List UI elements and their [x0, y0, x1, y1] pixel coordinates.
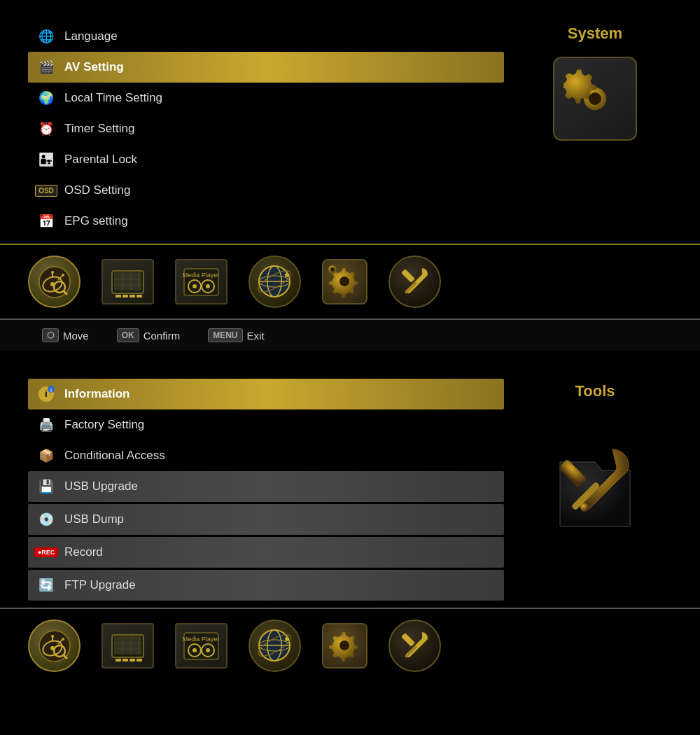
menu-item-conditional-access[interactable]: 📦 Conditional Access: [28, 440, 504, 471]
svg-rect-66: [115, 659, 121, 662]
svg-point-29: [206, 284, 210, 288]
menu-item-av-setting[interactable]: 🎬 AV Setting: [28, 52, 504, 83]
svg-rect-67: [122, 659, 128, 662]
menu-item-language[interactable]: 🌐 Language: [28, 21, 504, 52]
av-setting-label: AV Setting: [64, 60, 124, 74]
nav-settings-icon[interactable]: [322, 259, 368, 304]
menu-item-usb-dump[interactable]: 💿 USB Dump: [28, 504, 504, 535]
nav-tools-icon[interactable]: [388, 255, 441, 308]
menu-item-usb-upgrade[interactable]: 💾 USB Upgrade: [28, 471, 504, 502]
parental-lock-icon: 👨‍👧: [36, 150, 56, 169]
top-right-section: System: [518, 21, 672, 237]
top-icon-bar: Media Player: [0, 245, 700, 320]
bottom-nav-tools-icon[interactable]: [388, 620, 441, 672]
system-gear-icon: [553, 57, 637, 141]
svg-point-73: [192, 648, 197, 652]
nav-media-player-icon[interactable]: Media Player: [175, 259, 227, 304]
nav-tv-icon[interactable]: [102, 259, 154, 304]
svg-rect-85: [405, 645, 417, 658]
menu-item-timer[interactable]: ⏰ Timer Setting: [28, 113, 504, 144]
bottom-nav-tv-icon[interactable]: [102, 623, 154, 668]
svg-point-36: [285, 273, 289, 277]
confirm-status: OK Confirm: [117, 328, 181, 342]
usb-dump-label: USB Dump: [64, 512, 124, 526]
record-label: Record: [64, 545, 103, 559]
menu-item-parental-lock[interactable]: 👨‍👧 Parental Lock: [28, 144, 504, 175]
conditional-access-icon: 📦: [36, 446, 56, 465]
menu-item-osd-setting[interactable]: OSD OSD Setting: [28, 175, 504, 206]
svg-point-54: [51, 635, 54, 638]
bottom-section: i i Information 🖨️ Factory Setting 📦 Con…: [0, 365, 700, 682]
svg-text:Media Player: Media Player: [183, 272, 220, 279]
language-icon: 🌐: [36, 27, 56, 46]
svg-rect-84: [401, 633, 415, 647]
information-label: Information: [64, 387, 130, 401]
section-divider: [0, 351, 700, 365]
top-panel: 🌐 Language 🎬 AV Setting 🌍 Local Time Set…: [0, 0, 700, 245]
bottom-nav-globe-icon[interactable]: [248, 620, 301, 672]
svg-rect-41: [401, 269, 415, 283]
svg-point-82: [340, 640, 349, 650]
svg-rect-68: [130, 659, 135, 662]
local-time-icon: 🌍: [36, 88, 56, 108]
usb-upgrade-icon: 💾: [36, 477, 56, 496]
parental-lock-label: Parental Lock: [64, 153, 137, 167]
bottom-panel: i i Information 🖨️ Factory Setting 📦 Con…: [0, 365, 700, 608]
usb-dump-icon: 💿: [36, 510, 56, 529]
exit-label: Exit: [247, 330, 265, 342]
svg-rect-23: [136, 295, 142, 298]
svg-point-56: [62, 638, 64, 640]
system-title: System: [568, 24, 622, 43]
nav-globe-icon[interactable]: [248, 255, 301, 308]
svg-rect-69: [136, 659, 142, 662]
menu-item-factory-setting[interactable]: 🖨️ Factory Setting: [28, 410, 504, 440]
menu-item-epg-setting[interactable]: 📅 EPG setting: [28, 206, 504, 237]
conditional-access-label: Conditional Access: [64, 449, 165, 463]
tools-icon: [539, 428, 651, 540]
epg-setting-label: EPG setting: [64, 214, 128, 228]
svg-text:i: i: [45, 389, 47, 399]
svg-point-8: [51, 271, 54, 274]
osd-badge: OSD: [35, 185, 57, 197]
bottom-nav-settings-icon[interactable]: [322, 623, 368, 668]
menu-item-local-time[interactable]: 🌍 Local Time Setting: [28, 83, 504, 113]
svg-point-75: [206, 648, 210, 652]
av-setting-icon: 🎬: [36, 57, 56, 77]
exit-status: MENU Exit: [208, 328, 264, 342]
svg-point-1: [589, 92, 601, 105]
top-menu: 🌐 Language 🎬 AV Setting 🌍 Local Time Set…: [28, 21, 504, 237]
osd-setting-label: OSD Setting: [64, 183, 131, 197]
bottom-nav-media-icon[interactable]: Media Player: [175, 623, 227, 668]
svg-rect-20: [115, 295, 121, 298]
bottom-nav-satellite-icon[interactable]: [28, 620, 80, 672]
status-bar: ⬡ Move OK Confirm MENU Exit: [0, 320, 700, 351]
svg-rect-42: [405, 281, 417, 294]
timer-icon: ⏰: [36, 119, 56, 139]
usb-upgrade-label: USB Upgrade: [64, 479, 138, 493]
menu-item-ftp-upgrade[interactable]: 🔄 FTP Upgrade: [28, 570, 504, 601]
top-section: 🌐 Language 🎬 AV Setting 🌍 Local Time Set…: [0, 0, 700, 351]
move-label: Move: [63, 330, 89, 342]
confirm-key: OK: [117, 328, 139, 342]
svg-rect-14: [114, 272, 141, 290]
svg-rect-60: [114, 636, 141, 654]
svg-point-39: [330, 267, 335, 272]
information-icon: i i: [36, 384, 56, 404]
nav-satellite-icon[interactable]: [28, 255, 80, 308]
exit-key: MENU: [208, 328, 242, 342]
ftp-upgrade-icon: 🔄: [36, 575, 56, 595]
bottom-icon-bar: Media Player: [0, 608, 700, 682]
ftp-upgrade-label: FTP Upgrade: [64, 578, 136, 592]
factory-setting-icon: 🖨️: [36, 415, 56, 435]
menu-item-record[interactable]: ●REC Record: [28, 537, 504, 568]
svg-point-81: [285, 637, 289, 641]
language-label: Language: [64, 29, 118, 43]
svg-rect-21: [122, 295, 128, 298]
svg-rect-22: [130, 295, 135, 298]
menu-item-information[interactable]: i i Information: [28, 379, 504, 410]
local-time-label: Local Time Setting: [64, 91, 162, 105]
tools-title: Tools: [575, 382, 615, 400]
bottom-right-section: Tools: [518, 379, 672, 601]
confirm-label: Confirm: [144, 330, 181, 342]
move-status: ⬡ Move: [42, 328, 89, 342]
